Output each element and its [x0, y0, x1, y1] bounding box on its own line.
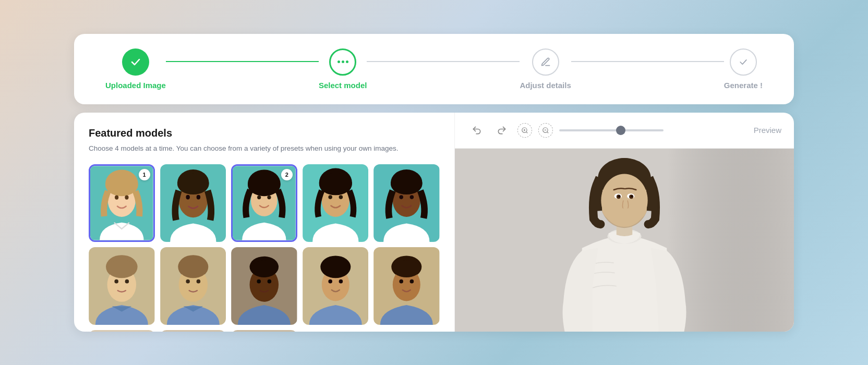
svg-rect-66 [160, 330, 226, 332]
model-card-3[interactable]: 2 [231, 164, 297, 242]
zoom-slider[interactable] [559, 129, 664, 131]
badge-3: 2 [281, 169, 293, 180]
model-card-5[interactable] [373, 164, 440, 242]
svg-point-33 [107, 260, 137, 278]
step-circle-adjust [532, 48, 559, 76]
svg-point-91 [618, 195, 620, 197]
dot-1 [337, 60, 340, 63]
svg-point-52 [328, 279, 332, 284]
model-card-6[interactable] [89, 247, 155, 325]
step-generate[interactable]: Generate ! [724, 48, 763, 90]
dot-3 [346, 60, 348, 63]
svg-point-21 [319, 173, 352, 195]
dot-2 [342, 60, 344, 63]
svg-point-40 [186, 279, 190, 284]
stepper: Uploaded Image Select model [105, 48, 763, 90]
step-circle-generate [730, 48, 757, 76]
model-card-8[interactable] [231, 247, 297, 325]
model-card-11[interactable] [89, 330, 155, 332]
svg-point-29 [410, 195, 414, 199]
svg-point-47 [268, 279, 272, 284]
svg-point-58 [400, 279, 404, 284]
svg-point-57 [393, 260, 420, 277]
step-line-2 [367, 61, 520, 62]
model-card-12[interactable] [160, 330, 226, 332]
badge-1: 1 [139, 169, 150, 180]
svg-point-35 [125, 279, 129, 284]
step-label-upload: Uploaded Image [105, 81, 166, 90]
model-card-13[interactable] [231, 330, 297, 332]
svg-point-27 [391, 173, 423, 194]
step-select[interactable]: Select model [319, 48, 367, 90]
model-card-10[interactable] [373, 247, 440, 325]
svg-point-4 [115, 195, 118, 199]
svg-point-10 [186, 194, 190, 199]
svg-point-39 [179, 260, 207, 278]
models-grid: 1 [89, 164, 440, 332]
model-card-4[interactable] [303, 164, 369, 242]
left-panel: Featured models Choose 4 models at a tim… [74, 113, 455, 332]
svg-rect-60 [89, 330, 154, 332]
panel-title: Featured models [89, 127, 440, 139]
undo-button[interactable] [467, 121, 486, 140]
svg-point-23 [339, 195, 343, 199]
stepper-card: Uploaded Image Select model [74, 34, 794, 104]
svg-point-45 [251, 260, 277, 277]
svg-point-16 [257, 196, 261, 199]
redo-button[interactable] [492, 121, 511, 140]
svg-point-11 [196, 194, 200, 199]
svg-point-22 [328, 195, 332, 199]
step-circle-upload [122, 48, 149, 76]
panel-description: Choose 4 models at a time. You can choos… [89, 143, 440, 154]
svg-point-51 [322, 260, 349, 278]
svg-rect-72 [231, 330, 297, 332]
svg-point-9 [177, 173, 209, 194]
step-label-generate: Generate ! [724, 81, 763, 90]
svg-rect-81 [667, 149, 794, 332]
image-preview [455, 149, 794, 332]
zoom-in-icon[interactable] [517, 123, 532, 138]
svg-point-53 [339, 279, 343, 284]
step-circle-select [329, 48, 356, 76]
toolbar: Preview [455, 113, 794, 149]
svg-point-34 [114, 279, 118, 284]
step-line-1 [166, 61, 319, 62]
model-card-9[interactable] [303, 247, 369, 325]
step-adjust[interactable]: Adjust details [520, 48, 571, 90]
svg-point-41 [196, 279, 200, 284]
svg-point-15 [248, 174, 281, 196]
right-panel: Preview [455, 113, 794, 332]
content-card: Featured models Choose 4 models at a tim… [74, 113, 794, 332]
svg-point-92 [631, 195, 633, 197]
svg-point-46 [257, 279, 261, 284]
model-card-2[interactable] [160, 164, 226, 242]
step-line-3 [571, 61, 724, 62]
model-card-1[interactable]: 1 [89, 164, 155, 242]
step-label-select: Select model [319, 81, 367, 90]
step-upload[interactable]: Uploaded Image [105, 48, 166, 90]
svg-point-5 [125, 195, 128, 199]
zoom-slider-container [559, 129, 748, 131]
zoom-out-icon[interactable] [538, 123, 553, 138]
preview-label: Preview [754, 126, 781, 135]
svg-point-17 [268, 196, 271, 199]
svg-point-59 [410, 279, 414, 284]
model-card-7[interactable] [160, 247, 226, 325]
svg-point-3 [105, 174, 138, 196]
step-label-adjust: Adjust details [520, 81, 571, 90]
main-container: Uploaded Image Select model [74, 34, 794, 332]
svg-point-28 [400, 195, 404, 199]
dots-spinner [337, 60, 348, 63]
